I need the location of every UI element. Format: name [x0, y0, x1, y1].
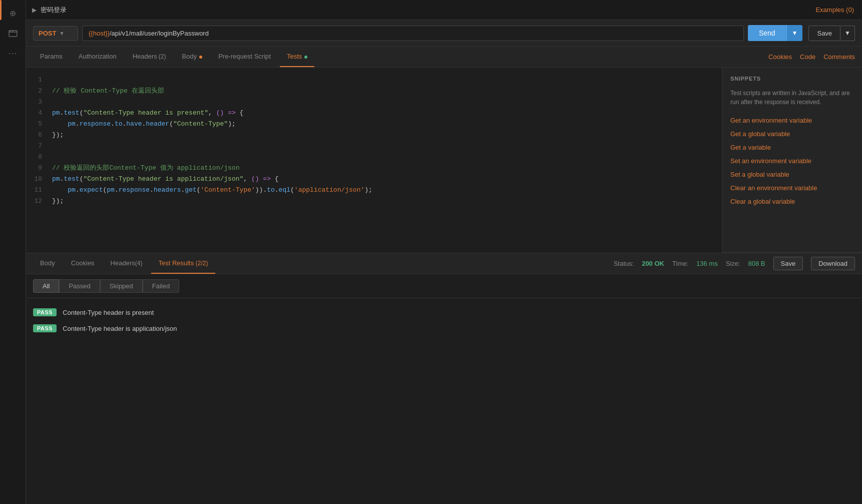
save-button[interactable]: Save	[808, 26, 840, 41]
status-label: Status:	[614, 260, 634, 267]
filter-tabs: All Passed Skipped Failed	[26, 274, 862, 298]
method-dropdown-arrow: ▼	[59, 31, 64, 36]
filter-tab-passed[interactable]: Passed	[59, 279, 100, 293]
url-path: /api/v1/mall/user/loginByPassword	[110, 30, 209, 37]
filter-tab-failed[interactable]: Failed	[143, 279, 179, 293]
active-indicator	[0, 0, 2, 20]
body-dot	[199, 56, 202, 59]
test-name-1: Content-Type header is present	[63, 309, 154, 316]
snippet-clear-global-var[interactable]: Clear a global variable	[730, 195, 854, 208]
url-host-var: {{host}}	[89, 30, 110, 37]
headers-badge: (4)	[135, 260, 143, 267]
time-label: Time:	[672, 260, 688, 267]
code-content[interactable]: // 校验 Content-Type 在返回头部 pm.test("Conten…	[46, 68, 722, 253]
method-select[interactable]: POST ▼	[33, 26, 78, 41]
send-dropdown-button[interactable]: ▼	[786, 25, 803, 41]
left-sidebar: ⊕ ···	[0, 0, 26, 504]
filter-tab-skipped[interactable]: Skipped	[100, 279, 143, 293]
test-result-row: PASS Content-Type header is application/…	[33, 320, 855, 336]
help-text: Test scripts are written in JavaScript, …	[730, 89, 854, 107]
test-results-list: PASS Content-Type header is present PASS…	[26, 298, 862, 342]
response-download-button[interactable]: Download	[811, 257, 855, 270]
size-label: Size:	[726, 260, 740, 267]
examples-link[interactable]: Examples (0)	[815, 6, 854, 14]
snippet-clear-env-var[interactable]: Clear an environment variable	[730, 181, 854, 195]
url-input[interactable]: {{host}}/api/v1/mall/user/loginByPasswor…	[82, 26, 744, 41]
response-save-button[interactable]: Save	[773, 257, 803, 270]
breadcrumb-title: 密码登录	[41, 6, 67, 15]
tab-cookies[interactable]: Cookies	[768, 47, 792, 67]
snippets-sidebar: SNIPPETS Test scripts are written in Jav…	[722, 68, 862, 252]
time-value: 136 ms	[696, 260, 718, 267]
main-layout: ▶ 密码登录 Examples (0) POST ▼ {{host}}/api/…	[26, 0, 862, 504]
tab-body[interactable]: Body	[175, 47, 210, 67]
status-value: 200 OK	[642, 260, 664, 267]
test-name-2: Content-Type header is application/json	[63, 325, 177, 332]
pass-badge-1: PASS	[33, 308, 57, 316]
tab-comments[interactable]: Comments	[823, 47, 855, 67]
code-editor[interactable]: 1 2 3 4 5 6 7 8 9 10 11 12 // 校验 Content…	[26, 68, 722, 253]
test-results-badge: (2/2)	[196, 260, 208, 267]
snippet-get-global-var[interactable]: Get a global variable	[730, 127, 854, 141]
response-status-bar: Status: 200 OK Time: 136 ms Size: 808 B …	[614, 257, 855, 270]
folder-icon[interactable]	[4, 24, 22, 42]
tab-pre-request[interactable]: Pre-request Script	[211, 47, 278, 67]
send-button[interactable]: Send	[748, 25, 786, 41]
editor-section: 1 2 3 4 5 6 7 8 9 10 11 12 // 校验 Content…	[26, 68, 862, 253]
url-bar: POST ▼ {{host}}/api/v1/mall/user/loginBy…	[26, 20, 862, 47]
tab-params[interactable]: Params	[33, 47, 70, 67]
breadcrumb-arrow: ▶	[32, 7, 37, 14]
response-tab-cookies[interactable]: Cookies	[64, 253, 102, 274]
response-tab-headers[interactable]: Headers(4)	[104, 253, 150, 274]
response-tab-body[interactable]: Body	[33, 253, 62, 274]
filter-tab-all[interactable]: All	[33, 279, 59, 293]
snippets-title: SNIPPETS	[730, 76, 854, 82]
response-tab-test-results[interactable]: Test Results (2/2)	[151, 253, 215, 274]
method-label: POST	[39, 30, 56, 37]
pass-badge-2: PASS	[33, 324, 57, 332]
save-dropdown-button[interactable]: ▼	[840, 26, 855, 41]
size-value: 808 B	[748, 260, 765, 267]
send-button-group: Send ▼	[748, 25, 803, 41]
response-tabs: Body Cookies Headers(4) Test Results (2/…	[26, 253, 862, 274]
tab-code[interactable]: Code	[800, 47, 815, 67]
test-result-row: PASS Content-Type header is present	[33, 304, 855, 320]
more-icon[interactable]: ···	[4, 44, 22, 62]
tab-authorization[interactable]: Authorization	[72, 47, 124, 67]
new-tab-icon[interactable]: ⊕	[4, 4, 22, 22]
tab-headers[interactable]: Headers(2)	[126, 47, 173, 67]
snippet-get-env-var[interactable]: Get an environment variable	[730, 114, 854, 127]
top-bar: ▶ 密码登录 Examples (0)	[26, 0, 862, 20]
response-area: Body Cookies Headers(4) Test Results (2/…	[26, 253, 862, 504]
tests-dot	[304, 56, 307, 59]
snippet-set-global-var[interactable]: Set a global variable	[730, 168, 854, 181]
line-numbers: 1 2 3 4 5 6 7 8 9 10 11 12	[26, 68, 46, 253]
tab-tests[interactable]: Tests	[280, 47, 314, 67]
snippet-get-var[interactable]: Get a variable	[730, 141, 854, 154]
save-button-group: Save ▼	[806, 26, 855, 41]
request-tabs: Params Authorization Headers(2) Body Pre…	[26, 47, 862, 68]
snippet-set-env-var[interactable]: Set an environment variable	[730, 154, 854, 168]
right-tabs: Cookies Code Comments	[768, 47, 855, 67]
